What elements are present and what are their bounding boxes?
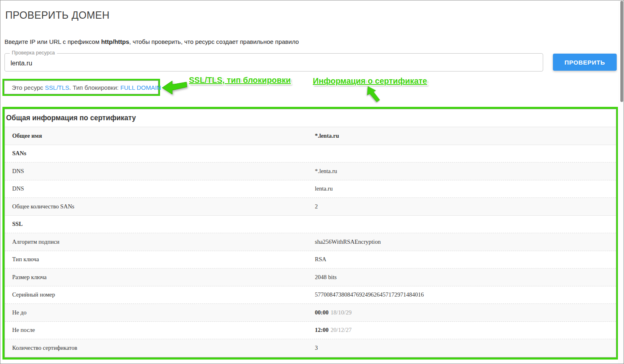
annotation-arrow-left-icon bbox=[161, 79, 187, 95]
row-label: Не до bbox=[5, 309, 315, 316]
certificate-table-box: Общая информация по сертификату Общее им… bbox=[2, 107, 618, 360]
row-value: *.lenta.ru bbox=[315, 132, 616, 139]
row-value-date: 18/10/29 bbox=[331, 309, 352, 316]
table-row: Серийный номер 5770084738084769249626457… bbox=[5, 286, 616, 304]
row-label: SSL bbox=[5, 221, 315, 228]
row-label: Не после bbox=[5, 327, 315, 334]
table-row: DNS lenta.ru bbox=[5, 180, 616, 198]
certificate-table-title: Общая информация по сертификату bbox=[5, 109, 616, 127]
row-label: SANs bbox=[5, 150, 315, 157]
subtitle-pre: Введите IP или URL с префиксом bbox=[4, 38, 101, 45]
resource-status-box: Это ресурс SSL/TLS. Тип блокировки: FULL… bbox=[2, 79, 160, 96]
table-row: Размер ключа 2048 bits bbox=[5, 269, 616, 286]
scrollbar-track[interactable] bbox=[618, 0, 624, 364]
resource-check-input[interactable] bbox=[5, 54, 543, 71]
row-value: 2 bbox=[315, 203, 616, 210]
resource-status-inner: Это ресурс SSL/TLS. Тип блокировки: FULL… bbox=[4, 80, 158, 94]
table-row: DNS *.lenta.ru bbox=[5, 162, 616, 180]
row-label: DNS bbox=[5, 185, 315, 192]
table-row: Общее имя *.lenta.ru bbox=[5, 127, 616, 145]
status-prefix: Это ресурс bbox=[12, 84, 45, 91]
resource-status-text: Это ресурс SSL/TLS. Тип блокировки: FULL… bbox=[12, 84, 161, 91]
row-value: lenta.ru bbox=[315, 185, 616, 192]
page-title: ПРОВЕРИТЬ ДОМЕН bbox=[5, 9, 110, 21]
row-value-time: 00:00 bbox=[315, 309, 329, 316]
annotation-ssl-type: SSL/TLS, тип блокировки bbox=[189, 76, 291, 85]
table-row: Тип ключа RSA bbox=[5, 251, 616, 269]
row-value-time: 12:00 bbox=[315, 327, 329, 333]
row-value: 2048 bits bbox=[315, 274, 616, 281]
table-row: Количество сертификатов 3 bbox=[5, 339, 616, 357]
row-label: Серийный номер bbox=[5, 291, 315, 298]
row-value: 5770084738084769249626457172971484016 bbox=[315, 291, 616, 298]
table-row: Не после 12:0020/12/27 bbox=[5, 322, 616, 340]
row-label: Алгоритм подписи bbox=[5, 238, 315, 245]
row-label: Тип ключа bbox=[5, 256, 315, 263]
row-label: Общее имя bbox=[5, 132, 315, 139]
status-middle: . Тип блокировки: bbox=[69, 84, 121, 91]
row-label: Размер ключа bbox=[5, 274, 315, 281]
row-value: *.lenta.ru bbox=[315, 168, 616, 175]
table-row: Не до 00:0018/10/29 bbox=[5, 304, 616, 322]
annotation-arrow-down-icon bbox=[363, 83, 382, 105]
table-row: SSL bbox=[5, 216, 616, 234]
resource-check-field: Проверка ресурса bbox=[4, 53, 543, 72]
row-label: DNS bbox=[5, 168, 315, 175]
page-subtitle: Введите IP или URL с префиксом http/http… bbox=[4, 38, 299, 45]
scrollbar-thumb[interactable] bbox=[620, 1, 623, 102]
check-domain-page: ПРОВЕРИТЬ ДОМЕН Введите IP или URL с пре… bbox=[0, 0, 624, 364]
row-value-date: 20/12/27 bbox=[331, 327, 352, 333]
table-row: Алгоритм подписи sha256WithRSAEncryption bbox=[5, 233, 616, 251]
check-button[interactable]: ПРОВЕРИТЬ bbox=[553, 54, 617, 71]
certificate-table: Общая информация по сертификату Общее им… bbox=[4, 109, 616, 358]
row-value: 3 bbox=[315, 344, 616, 351]
table-row: SANs bbox=[5, 145, 616, 163]
subtitle-bold: http/https bbox=[101, 38, 129, 45]
row-value: 00:0018/10/29 bbox=[315, 309, 616, 316]
row-value: sha256WithRSAEncryption bbox=[315, 238, 616, 245]
subtitle-post: , чтобы проверить, что ресурс создает пр… bbox=[129, 38, 299, 45]
full-domain-link[interactable]: FULL DOMAIN bbox=[120, 84, 161, 91]
row-label: Количество сертификатов bbox=[5, 344, 315, 351]
table-row: Общее количество SANs 2 bbox=[5, 198, 616, 216]
row-label: Общее количество SANs bbox=[5, 203, 315, 210]
row-value: RSA bbox=[315, 256, 616, 263]
ssl-tls-link[interactable]: SSL/TLS bbox=[45, 84, 69, 91]
row-value: 12:0020/12/27 bbox=[315, 327, 616, 334]
